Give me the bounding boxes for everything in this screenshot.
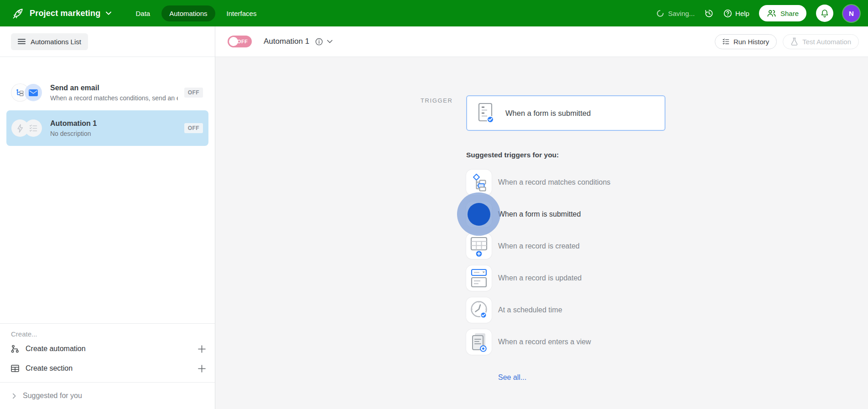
topbar-actions: Saving... Help Share — [656, 5, 861, 22]
create-section-button[interactable]: Create section — [0, 360, 215, 377]
create-section-label: Create... — [0, 330, 215, 338]
hamburger-icon — [18, 38, 26, 45]
plus-icon[interactable] — [198, 365, 206, 373]
automation-flow-icon — [11, 345, 19, 353]
help-label: Help — [735, 10, 749, 17]
automation-title: Automation 1 — [264, 37, 309, 46]
create-automation-button[interactable]: Create automation — [0, 340, 215, 357]
question-circle-icon — [723, 9, 732, 18]
status-badge: OFF — [184, 88, 203, 98]
trigger-option-record-matches-conditions[interactable]: When a record matches conditions — [466, 170, 610, 195]
trigger-option-label: When a record enters a view — [498, 338, 591, 346]
automation-on-off-toggle[interactable]: OFF — [228, 36, 252, 47]
clock-check-icon — [466, 297, 492, 323]
chevron-right-icon — [12, 393, 16, 399]
create-automation-label: Create automation — [26, 345, 86, 353]
record-updated-icon — [466, 265, 492, 291]
saving-status-text: Saving... — [668, 10, 695, 17]
plus-icon[interactable] — [198, 345, 206, 353]
envelope-icon — [25, 84, 42, 101]
main-tabs: Data Automations Interfaces — [128, 5, 264, 21]
see-all-link[interactable]: See all... — [498, 373, 526, 382]
spinner-icon — [656, 10, 664, 17]
base-history-button[interactable] — [704, 9, 714, 18]
trigger-card-title: When a form is submitted — [505, 109, 591, 118]
sidebar-footer: Create... Create automation Create secti… — [0, 323, 215, 409]
flask-icon — [790, 37, 798, 46]
form-submitted-icon — [466, 202, 492, 227]
content: Automations List Send an email — [0, 26, 868, 409]
help-button[interactable]: Help — [723, 9, 749, 18]
status-badge: OFF — [184, 123, 203, 133]
trigger-option-label: At a scheduled time — [498, 306, 562, 314]
run-history-button[interactable]: Run History — [715, 34, 777, 49]
chevron-down-icon — [106, 11, 111, 15]
people-icon — [767, 10, 776, 17]
chevron-down-icon[interactable] — [327, 40, 333, 43]
toggle-state-label: OFF — [237, 39, 248, 44]
trigger-option-scheduled-time[interactable]: At a scheduled time — [466, 297, 610, 323]
sidebar-header: Automations List — [0, 26, 215, 57]
notifications-button[interactable] — [816, 5, 833, 22]
suggested-triggers-heading: Suggested triggers for you: — [466, 151, 559, 159]
share-label: Share — [780, 10, 799, 17]
view-enter-icon — [466, 329, 492, 355]
trigger-option-record-updated[interactable]: When a record is updated — [466, 265, 610, 291]
checklist-icon — [25, 119, 42, 137]
app-window: Project marketing Data Automations Inter… — [0, 0, 868, 409]
saving-status: Saving... — [656, 10, 695, 17]
table-icon — [11, 365, 19, 372]
rocket-logo-icon — [12, 7, 24, 20]
automation-item-automation-1[interactable]: Automation 1 No description OFF — [6, 110, 208, 146]
automation-item-icons — [11, 84, 42, 101]
automation-list: Send an email When a record matches cond… — [0, 57, 215, 323]
run-history-icon — [722, 38, 729, 45]
trigger-option-record-created[interactable]: When a record is created — [466, 233, 610, 259]
automation-header: OFF Automation 1 Run History — [215, 26, 868, 57]
bell-icon — [820, 9, 829, 18]
topbar: Project marketing Data Automations Inter… — [0, 0, 868, 26]
tab-automations[interactable]: Automations — [161, 5, 215, 21]
trigger-option-form-submitted[interactable]: When a form is submitted — [466, 202, 610, 227]
suggested-for-you-label: Suggested for you — [23, 392, 82, 400]
automation-item-description: No description — [50, 130, 178, 137]
automations-list-label: Automations List — [31, 38, 81, 46]
trigger-option-label: When a record matches conditions — [498, 178, 610, 186]
tab-interfaces[interactable]: Interfaces — [219, 5, 265, 21]
base-title: Project marketing — [30, 9, 100, 18]
trigger-option-record-enters-view[interactable]: When a record enters a view — [466, 329, 610, 355]
tab-data[interactable]: Data — [128, 5, 158, 21]
automation-editor: OFF Automation 1 Run History — [215, 26, 868, 409]
history-icon — [704, 9, 714, 18]
automation-item-title: Send an email — [50, 84, 184, 92]
form-submitted-icon — [477, 103, 494, 124]
trigger-section-label: TRIGGER — [421, 97, 452, 104]
suggested-for-you-toggle[interactable]: Suggested for you — [0, 382, 215, 409]
test-automation-button[interactable]: Test Automation — [783, 34, 859, 49]
automation-item-description: When a record matches conditions, send a… — [50, 94, 178, 102]
automation-item-send-an-email[interactable]: Send an email When a record matches cond… — [6, 75, 208, 110]
suggested-triggers-list: When a record matches conditions When a … — [466, 170, 610, 355]
test-automation-label: Test Automation — [802, 38, 851, 46]
trigger-card[interactable]: When a form is submitted — [466, 95, 665, 131]
run-history-label: Run History — [733, 38, 769, 46]
header-buttons: Run History Test Automation — [715, 34, 859, 49]
info-icon[interactable] — [315, 38, 323, 46]
flowchart-icon — [466, 170, 492, 195]
toggle-knob — [229, 37, 238, 46]
trigger-option-label: When a record is updated — [498, 274, 582, 282]
share-button[interactable]: Share — [759, 5, 806, 21]
automations-sidebar: Automations List Send an email — [0, 26, 215, 409]
trigger-option-label: When a record is created — [498, 242, 580, 250]
automation-item-text: Send an email When a record matches cond… — [50, 84, 184, 102]
avatar-initial: N — [849, 10, 854, 17]
automation-item-icons — [11, 119, 42, 137]
automations-list-button[interactable]: Automations List — [11, 33, 88, 50]
table-plus-icon — [466, 233, 492, 259]
create-section-label-text: Create section — [26, 364, 73, 373]
user-avatar[interactable]: N — [843, 5, 860, 22]
automation-canvas: TRIGGER When a form is submitted Suggest… — [215, 57, 868, 409]
trigger-option-label: When a form is submitted — [498, 210, 581, 218]
base-switcher[interactable]: Project marketing — [12, 7, 111, 20]
automation-item-title: Automation 1 — [50, 119, 184, 128]
